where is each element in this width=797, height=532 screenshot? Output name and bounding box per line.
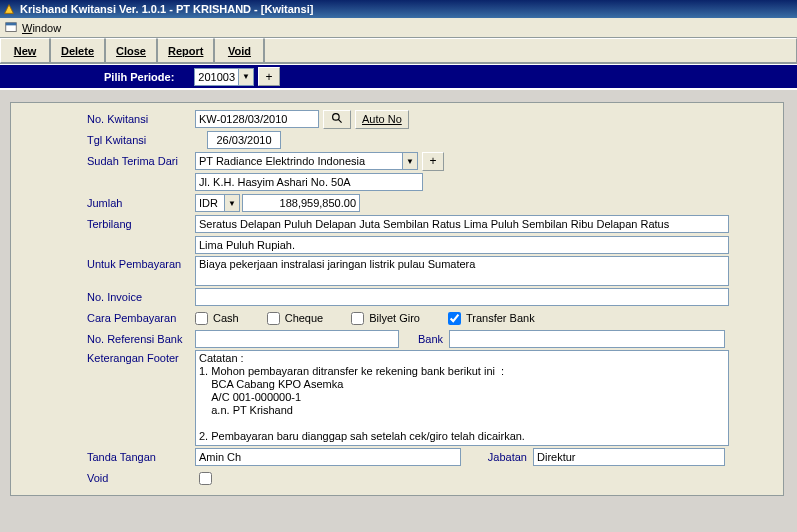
tgl-kwitansi-input[interactable] xyxy=(207,131,281,149)
periode-select[interactable]: 201003 ▼ xyxy=(194,68,254,86)
void-checkbox[interactable] xyxy=(199,472,212,485)
delete-button[interactable]: Delete xyxy=(50,38,105,63)
terbilang1-input[interactable] xyxy=(195,215,729,233)
alamat-input[interactable] xyxy=(195,173,423,191)
currency-select[interactable]: IDR ▼ xyxy=(195,194,240,212)
title-bar: Krishand Kwitansi Ver. 1.0.1 - PT KRISHA… xyxy=(0,0,797,18)
terbilang2-input[interactable] xyxy=(195,236,729,254)
periode-value: 201003 xyxy=(195,69,238,85)
close-button[interactable]: Close xyxy=(105,38,157,63)
label-jabatan: Jabatan xyxy=(461,451,533,463)
periode-bar: Pilih Periode: 201003 ▼ + xyxy=(0,64,797,90)
svg-point-2 xyxy=(332,113,339,120)
label-jumlah: Jumlah xyxy=(17,197,195,209)
auto-no-button[interactable]: Auto No xyxy=(355,110,409,129)
terima-dari-value: PT Radiance Elektrindo Indonesia xyxy=(196,153,402,169)
chevron-down-icon[interactable]: ▼ xyxy=(238,69,253,85)
void-button[interactable]: Void xyxy=(214,38,264,63)
label-no-ref-bank: No. Referensi Bank xyxy=(17,333,195,345)
tanda-tangan-input[interactable] xyxy=(195,448,461,466)
terima-dari-add-button[interactable]: + xyxy=(422,152,444,171)
bank-input[interactable] xyxy=(449,330,725,348)
svg-rect-1 xyxy=(6,22,17,25)
label-terima-dari: Sudah Terima Dari xyxy=(17,155,195,167)
label-cara-pembayaran: Cara Pembayaran xyxy=(17,312,195,324)
chk-transfer-box[interactable] xyxy=(448,312,461,325)
search-button[interactable] xyxy=(323,110,351,129)
chk-cash[interactable]: Cash xyxy=(195,312,239,325)
app-icon xyxy=(2,2,16,16)
periode-label: Pilih Periode: xyxy=(104,71,174,83)
periode-add-button[interactable]: + xyxy=(258,67,280,86)
label-tanda-tangan: Tanda Tangan xyxy=(17,451,195,463)
workspace: No. Kwitansi Auto No Tgl Kwitansi Sudah … xyxy=(0,90,797,532)
label-no-kwitansi: No. Kwitansi xyxy=(17,113,195,125)
no-ref-bank-input[interactable] xyxy=(195,330,399,348)
toolbar-spacer xyxy=(264,38,797,63)
jumlah-input[interactable] xyxy=(242,194,360,212)
terima-dari-select[interactable]: PT Radiance Elektrindo Indonesia ▼ xyxy=(195,152,418,170)
doc-icon xyxy=(4,21,18,35)
chk-cheque-box[interactable] xyxy=(267,312,280,325)
new-button[interactable]: New xyxy=(0,38,50,63)
chk-transfer-bank[interactable]: Transfer Bank xyxy=(448,312,535,325)
form-panel: No. Kwitansi Auto No Tgl Kwitansi Sudah … xyxy=(10,102,784,496)
untuk-pembayaran-input[interactable] xyxy=(195,256,729,286)
keterangan-footer-input[interactable] xyxy=(195,350,729,446)
svg-line-3 xyxy=(338,119,341,122)
chk-cash-box[interactable] xyxy=(195,312,208,325)
menu-bar: Window xyxy=(0,18,797,38)
chevron-down-icon[interactable]: ▼ xyxy=(402,153,417,169)
report-button[interactable]: Report xyxy=(157,38,214,63)
currency-value: IDR xyxy=(196,195,224,211)
window-title: Krishand Kwitansi Ver. 1.0.1 - PT KRISHA… xyxy=(20,3,313,15)
no-invoice-input[interactable] xyxy=(195,288,729,306)
chevron-down-icon[interactable]: ▼ xyxy=(224,195,239,211)
chk-cheque[interactable]: Cheque xyxy=(267,312,324,325)
menu-window[interactable]: Window xyxy=(22,22,61,34)
chk-bilyet-giro[interactable]: Bilyet Giro xyxy=(351,312,420,325)
label-tgl-kwitansi: Tgl Kwitansi xyxy=(17,134,195,146)
label-keterangan-footer: Keterangan Footer xyxy=(17,350,195,364)
chk-giro-box[interactable] xyxy=(351,312,364,325)
toolbar: New Delete Close Report Void xyxy=(0,38,797,64)
search-icon xyxy=(331,112,344,127)
jabatan-input[interactable] xyxy=(533,448,725,466)
no-kwitansi-input[interactable] xyxy=(195,110,319,128)
label-untuk-pembayaran: Untuk Pembayaran xyxy=(17,256,195,270)
label-terbilang: Terbilang xyxy=(17,218,195,230)
label-no-invoice: No. Invoice xyxy=(17,291,195,303)
label-void: Void xyxy=(17,472,195,484)
label-bank: Bank xyxy=(399,333,449,345)
